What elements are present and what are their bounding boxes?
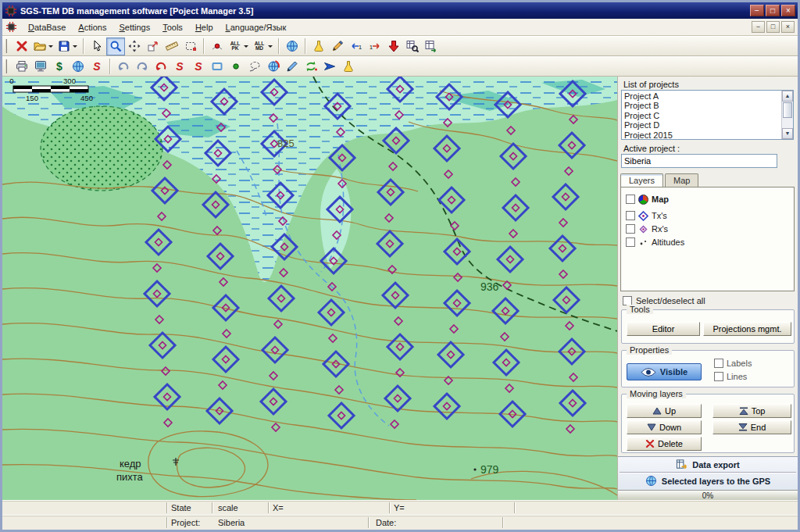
costs-button[interactable]: $ [50,58,69,76]
mdi-minimize-button[interactable]: − [752,21,765,33]
minimize-button[interactable]: − [750,5,764,16]
delete-button[interactable] [12,37,31,55]
open-project-button[interactable] [31,37,55,55]
select-cursor-button[interactable] [88,37,106,55]
lines-checkbox[interactable] [714,372,723,381]
layer-down-button[interactable]: Down [627,420,702,434]
print-button[interactable] [12,58,31,76]
project-list-item[interactable]: Project C [622,111,781,120]
status-state-label: State [171,503,191,512]
progress-bar: 0% [618,490,798,500]
gps-export-button[interactable]: Selected layers to the GPS [618,473,798,488]
projects-listbox[interactable]: Project A Project B Project C Project D … [621,90,794,140]
save-project-button[interactable] [55,37,80,55]
display-button[interactable] [31,58,50,76]
exportbox-icon [147,40,159,52]
menu-help[interactable]: Help [189,20,220,34]
table-export-button[interactable] [422,37,441,55]
rect-tool-button[interactable] [208,58,227,76]
globe-view-button[interactable] [283,37,302,55]
properties-group-label: Properties [627,345,672,355]
redpoint-icon [211,40,223,52]
map-canvas[interactable]: 825936979кедрпихта0300150450 [2,77,617,500]
undo-button[interactable] [114,58,133,76]
data-export-button[interactable]: Data export [618,457,798,472]
all-md-button[interactable]: ALLMD [251,37,275,55]
project-list-item[interactable]: Project B [622,101,781,110]
project-list-item[interactable]: Project 2015 [622,130,781,139]
menu-database-label: DataBase [28,23,66,32]
globe-gps-button[interactable] [264,58,283,76]
svg-text:1: 1 [370,44,373,51]
scroll-thumb[interactable] [783,102,792,118]
point-tool-button[interactable] [227,58,245,76]
dropdown-caret-icon[interactable] [244,45,248,50]
layer-txs-checkbox[interactable] [626,211,635,220]
pen-tool-button[interactable] [283,58,302,76]
all-pk-button[interactable]: ALLPK [227,37,251,55]
send-button[interactable] [320,58,339,76]
menu-tools[interactable]: Tools [156,20,189,34]
top-button-label: Top [752,406,766,416]
profile-point-button[interactable] [208,37,227,55]
greendot-icon [230,60,242,73]
menu-database[interactable]: DataBase [22,20,72,34]
tab-map[interactable]: Map [665,173,698,187]
layer-altitudes-checkbox[interactable] [626,237,635,247]
measure-ruler-button[interactable] [162,37,181,55]
visible-button[interactable]: Visible [627,363,702,380]
lab-tool-button[interactable] [309,37,328,55]
rotate-red-button[interactable] [152,58,170,76]
shift-left-button[interactable]: 1 [347,37,366,55]
toolbar-gripper[interactable] [5,59,9,73]
lasso-tool-button[interactable] [245,58,264,76]
layer-map-checkbox[interactable] [626,195,635,204]
draw-pencil-button[interactable] [328,37,347,55]
searchdb-icon [406,40,419,52]
mdi-restore-button[interactable]: □ [766,21,780,33]
scale-bar-label: 150 [26,94,38,102]
layer-rxs-checkbox[interactable] [626,224,635,234]
redo-button[interactable] [133,58,152,76]
menu-settings[interactable]: Settings [112,20,156,34]
active-project-input[interactable] [621,154,777,168]
project-list-item[interactable]: Project A [622,91,781,101]
select-area-button[interactable] [181,37,200,55]
curve-s2-button[interactable]: S [189,58,208,76]
search-database-button[interactable] [403,37,422,55]
download-button[interactable] [384,37,403,55]
layer-up-button[interactable]: Up [627,404,702,418]
close-button[interactable]: × [781,5,795,16]
eye-icon [641,368,656,377]
refresh-add-button[interactable] [302,58,320,76]
maximize-button[interactable]: □ [766,5,780,16]
map-view[interactable]: 825936979кедрпихта0300150450 [2,77,617,500]
status-bar-top: State scale X= Y= [2,500,798,515]
sounding-button[interactable]: S [88,58,106,76]
dropdown-caret-icon[interactable] [73,45,77,50]
toolbar-gripper[interactable] [5,39,9,53]
menu-language[interactable]: Language/Язык [220,20,293,34]
dropdown-caret-icon[interactable] [268,45,273,50]
export-region-button[interactable] [144,37,162,55]
pan-tool-button[interactable] [125,37,144,55]
tab-layers[interactable]: Layers [620,173,663,187]
editor-button[interactable]: Editor [627,322,700,336]
layer-top-button[interactable]: Top [712,404,791,418]
flask-tool-button[interactable] [339,58,358,76]
project-list-item[interactable]: Project D [622,120,781,130]
zoom-tool-button[interactable] [106,37,125,55]
dropdown-caret-icon[interactable] [48,45,53,50]
menu-actions[interactable]: Actions [72,20,112,34]
layer-end-button[interactable]: End [712,420,791,434]
shift-right-button[interactable]: 1 [366,37,384,55]
scroll-down-button[interactable]: ▼ [782,128,793,139]
listbox-scrollbar[interactable]: ▲ ▼ [781,91,793,139]
curve-s1-button[interactable]: S [170,58,189,76]
globe-map-button[interactable] [69,58,88,76]
mdi-close-button[interactable]: × [781,21,795,33]
projections-mgmt-button[interactable]: Projections mgmt. [703,322,791,336]
layer-delete-button[interactable]: Delete [627,437,702,451]
labels-checkbox[interactable] [714,359,723,368]
scroll-up-button[interactable]: ▲ [782,91,793,102]
